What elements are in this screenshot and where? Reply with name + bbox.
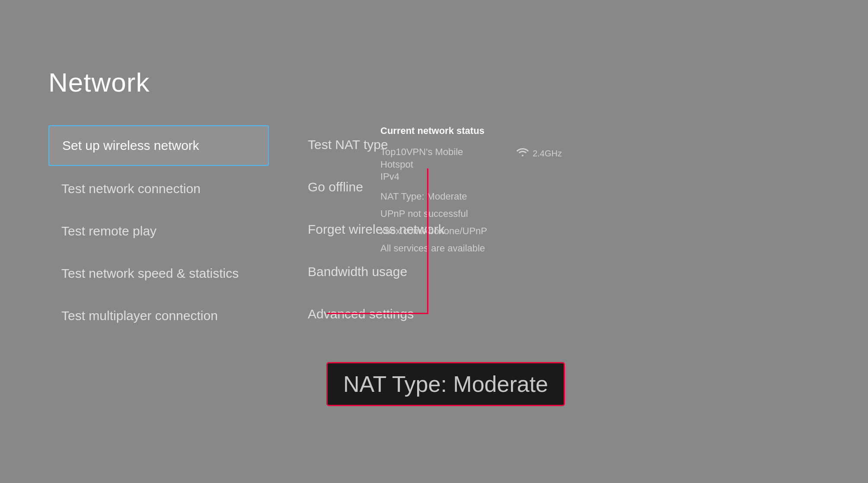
menu-item-label: Go offline — [308, 180, 363, 194]
red-line-horizontal — [326, 313, 428, 314]
page-title: Network — [48, 67, 150, 98]
nat-tooltip: NAT Type: Moderate — [326, 362, 565, 406]
status-link-anchor[interactable]: xbox.com/xboxone/UPnP — [380, 226, 487, 236]
status-wifi-label: 2.4GHz — [533, 149, 562, 159]
wifi-badge: 2.4GHz — [516, 147, 562, 160]
status-upnp: UPnP not successful — [380, 208, 562, 219]
menu-item-test-remote-play[interactable]: Test remote play — [48, 212, 269, 251]
status-ip-version: IPv4 — [380, 171, 399, 182]
menu-item-label: Test multiplayer connection — [61, 308, 218, 323]
menu-item-label: Bandwidth usage — [308, 264, 407, 279]
nat-tooltip-text: NAT Type: Moderate — [343, 372, 548, 397]
status-column: Current network status Top10VPN's Mobile… — [380, 125, 562, 260]
page-container: Network Set up wireless network Test net… — [0, 0, 868, 483]
wifi-icon — [516, 147, 529, 160]
menu-item-setup-wireless[interactable]: Set up wireless network — [48, 125, 269, 166]
menu-item-label: Test NAT type — [308, 137, 388, 152]
status-nat-type: NAT Type: Moderate — [380, 191, 562, 202]
menu-item-test-multiplayer[interactable]: Test multiplayer connection — [48, 296, 269, 335]
menu-item-test-network-speed[interactable]: Test network speed & statistics — [48, 254, 269, 293]
status-link[interactable]: xbox.com/xboxone/UPnP — [380, 226, 562, 237]
status-network-row: Top10VPN's MobileHotspot IPv4 2.4GHz — [380, 146, 562, 183]
menu-item-label: Advanced settings — [308, 307, 414, 321]
menu-item-test-network-connection[interactable]: Test network connection — [48, 169, 269, 208]
menu-item-label: Test remote play — [61, 224, 156, 238]
menu-item-label: Test network speed & statistics — [61, 266, 239, 281]
status-title: Current network status — [380, 125, 562, 137]
menu-item-advanced-settings[interactable]: Advanced settings — [295, 295, 515, 334]
red-line-vertical — [427, 168, 428, 313]
status-services: All services are available — [380, 243, 562, 254]
left-column: Set up wireless network Test network con… — [48, 125, 269, 339]
status-network-name: Top10VPN's MobileHotspot IPv4 — [380, 146, 463, 183]
menu-item-label: Set up wireless network — [62, 138, 199, 153]
menu-item-label: Test network connection — [61, 181, 201, 196]
